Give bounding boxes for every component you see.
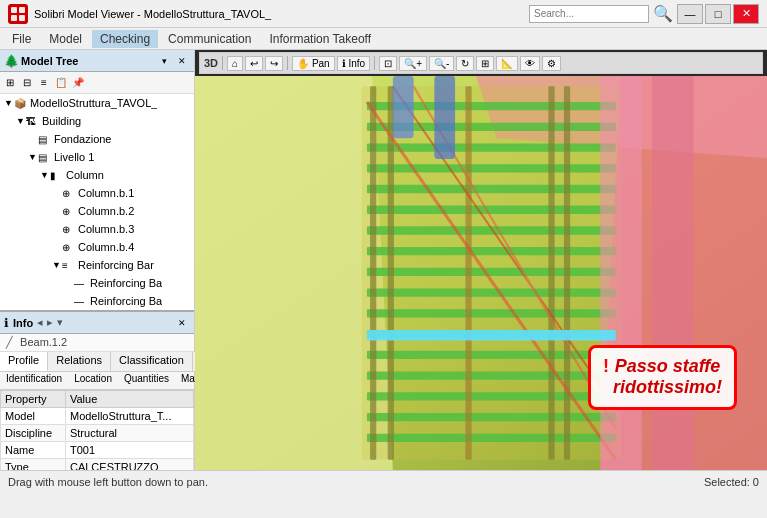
vp-measure[interactable]: 📐 (496, 56, 518, 71)
tree-filter-button[interactable]: ≡ (36, 75, 52, 91)
tree-item-livello[interactable]: ▼▤Livello 1 (0, 148, 194, 166)
info-property-cell: Name (1, 442, 66, 459)
svg-rect-27 (370, 86, 376, 459)
tree-node-icon-col2: ⊕ (62, 206, 78, 217)
left-panel: 🌲 Model Tree ▾ ✕ ⊞ ⊟ ≡ 📋 📌 ▼📦ModelloStru… (0, 50, 195, 470)
tree-clipboard-button[interactable]: 📋 (53, 75, 69, 91)
svg-rect-30 (564, 86, 570, 459)
info-nav-fwd[interactable]: ▸ (47, 316, 53, 329)
vp-settings[interactable]: ⚙ (542, 56, 561, 71)
viewport-tab-label: 3D (204, 57, 218, 69)
svg-rect-25 (367, 413, 616, 421)
menu-communication[interactable]: Communication (160, 30, 259, 48)
tree-item-column[interactable]: ▼▮Column (0, 166, 194, 184)
tree-area[interactable]: ▼📦ModelloStruttura_TAVOL_▼🏗Building▤Fond… (0, 94, 194, 310)
svg-rect-12 (367, 143, 616, 151)
search-icon[interactable]: 🔍 (653, 4, 673, 23)
tree-toggle-rebar[interactable]: ▼ (52, 260, 62, 270)
info-close-button[interactable]: ✕ (174, 315, 190, 331)
tree-collapse-button[interactable]: ⊟ (19, 75, 35, 91)
tree-label-rb1: Reinforcing Ba (90, 277, 162, 289)
svg-rect-0 (8, 4, 28, 24)
subtab-identification[interactable]: Identification (0, 372, 68, 389)
info-value-cell: ModelloStruttura_T... (65, 408, 193, 425)
tree-item-rb2[interactable]: —Reinforcing Ba (0, 292, 194, 310)
tab-classification[interactable]: Classification (111, 352, 193, 371)
tree-pin-button[interactable]: 📌 (70, 75, 86, 91)
menu-model[interactable]: Model (41, 30, 90, 48)
tree-label-column: Column (66, 169, 104, 181)
svg-rect-37 (393, 76, 414, 138)
tree-item-rb1[interactable]: —Reinforcing Ba (0, 274, 194, 292)
viewport[interactable]: 3D ⌂ ↩ ↪ ✋ Pan ℹ Info ⊡ 🔍+ 🔍- ↻ ⊞ 📐 👁 ⚙ (195, 50, 767, 470)
tab-profile[interactable]: Profile (0, 352, 48, 371)
tree-toggle-livello[interactable]: ▼ (28, 152, 38, 162)
tree-node-icon-building: 🏗 (26, 116, 42, 127)
panel-close-button[interactable]: ✕ (174, 53, 190, 69)
vp-info-btn[interactable]: ℹ Info (337, 56, 370, 71)
svg-rect-13 (367, 164, 616, 172)
tree-item-col2[interactable]: ⊕Column.b.2 (0, 202, 194, 220)
tree-toggle-column[interactable]: ▼ (40, 170, 50, 180)
tree-item-col1[interactable]: ⊕Column.b.1 (0, 184, 194, 202)
info-nav-back[interactable]: ◂ (37, 316, 43, 329)
svg-rect-15 (367, 206, 616, 214)
minimize-button[interactable]: — (677, 4, 703, 24)
toolbar-sep-3 (374, 56, 375, 70)
close-button[interactable]: ✕ (733, 4, 759, 24)
tree-item-root[interactable]: ▼📦ModelloStruttura_TAVOL_ (0, 94, 194, 112)
vp-nav-1[interactable]: ⌂ (227, 56, 243, 71)
tree-label-col3: Column.b.3 (78, 223, 134, 235)
tree-item-rebar[interactable]: ▼≡Reinforcing Bar (0, 256, 194, 274)
search-input[interactable] (529, 5, 649, 23)
tree-toggle-building[interactable]: ▼ (16, 116, 26, 126)
tree-expand-button[interactable]: ⊞ (2, 75, 18, 91)
info-nav-down[interactable]: ▾ (57, 316, 63, 329)
beam-icon: ╱ (6, 336, 13, 348)
col-property: Property (1, 391, 66, 408)
info-table-row: NameT001 (1, 442, 194, 459)
svg-rect-3 (11, 15, 17, 21)
info-table-row: TypeCALCESTRUZZO (1, 459, 194, 471)
panel-menu-button[interactable]: ▾ (156, 53, 172, 69)
vp-rotate[interactable]: ↻ (456, 56, 474, 71)
subtab-quantities[interactable]: Quantities (118, 372, 175, 389)
maximize-button[interactable]: □ (705, 4, 731, 24)
model-tree-icon: 🌲 (4, 54, 19, 68)
vp-nav-2[interactable]: ↩ (245, 56, 263, 71)
vp-zoom-out[interactable]: 🔍- (429, 56, 454, 71)
tree-label-col1: Column.b.1 (78, 187, 134, 199)
tree-label-col4: Column.b.4 (78, 241, 134, 253)
tree-item-col3[interactable]: ⊕Column.b.3 (0, 220, 194, 238)
vp-hide[interactable]: 👁 (520, 56, 540, 71)
tree-item-fondazione[interactable]: ▤Fondazione (0, 130, 194, 148)
menu-checking[interactable]: Checking (92, 30, 158, 48)
info-property-cell: Model (1, 408, 66, 425)
tree-item-building[interactable]: ▼🏗Building (0, 112, 194, 130)
tab-relations[interactable]: Relations (48, 352, 111, 371)
tree-label-fondazione: Fondazione (54, 133, 112, 145)
toolbar-sep-2 (287, 56, 288, 70)
main-area: 🌲 Model Tree ▾ ✕ ⊞ ⊟ ≡ 📋 📌 ▼📦ModelloStru… (0, 50, 767, 470)
tree-label-livello: Livello 1 (54, 151, 94, 163)
tree-toggle-root[interactable]: ▼ (4, 98, 14, 108)
menu-information-takeoff[interactable]: Information Takeoff (261, 30, 379, 48)
toolbar-sep-1 (222, 56, 223, 70)
info-subtabs: Identification Location Quantities Mater… (0, 372, 194, 390)
tree-node-icon-fondazione: ▤ (38, 134, 54, 145)
vp-zoom-extent[interactable]: ⊡ (379, 56, 397, 71)
info-property-cell: Discipline (1, 425, 66, 442)
svg-rect-36 (652, 76, 693, 470)
vp-pan-btn[interactable]: ✋ Pan (292, 56, 335, 71)
menu-file[interactable]: File (4, 30, 39, 48)
vp-nav-3[interactable]: ↪ (265, 56, 283, 71)
subtab-location[interactable]: Location (68, 372, 118, 389)
tree-node-icon-column: ▮ (50, 170, 66, 181)
vp-section[interactable]: ⊞ (476, 56, 494, 71)
tree-item-col4[interactable]: ⊕Column.b.4 (0, 238, 194, 256)
vp-zoom-in[interactable]: 🔍+ (399, 56, 427, 71)
annotation-line1: Passo staffe (613, 356, 722, 378)
info-table-row: ModelModelloStruttura_T... (1, 408, 194, 425)
annotation-exclaim: ! (603, 356, 609, 377)
svg-rect-17 (367, 247, 616, 255)
